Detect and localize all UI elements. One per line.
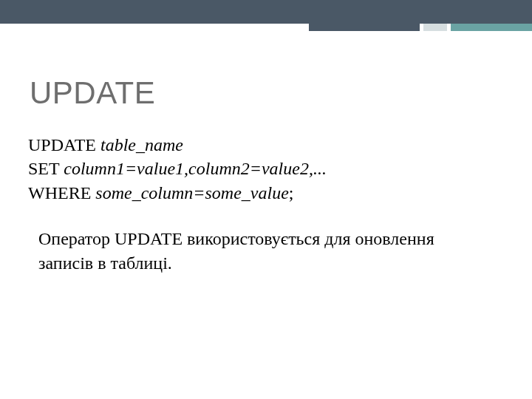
accent-stripe: [309, 24, 532, 31]
slide-content: UPDATE UPDATE table_name SET column1=val…: [0, 75, 532, 275]
keyword-update: UPDATE: [28, 135, 100, 154]
accent-teal: [451, 24, 532, 31]
arg-where: some_column=some_value: [95, 183, 288, 202]
arg-columns: column1=value1,column2=value2,...: [64, 159, 327, 178]
arg-table: table_name: [100, 135, 183, 154]
keyword-set: SET: [28, 159, 64, 178]
accent-dark: [309, 24, 420, 31]
code-line-3: WHERE some_column=some_value;: [28, 181, 502, 205]
top-bar: [0, 0, 532, 24]
keyword-where: WHERE: [28, 183, 95, 202]
code-line-1: UPDATE table_name: [28, 133, 502, 157]
code-line-2: SET column1=value1,column2=value2,...: [28, 157, 502, 180]
semicolon: ;: [289, 183, 294, 202]
description-text: Оператор UPDATE використовується для оно…: [38, 227, 452, 275]
sql-syntax: UPDATE table_name SET column1=value1,col…: [28, 133, 502, 205]
slide-title: UPDATE: [30, 75, 502, 111]
accent-light: [423, 24, 447, 31]
